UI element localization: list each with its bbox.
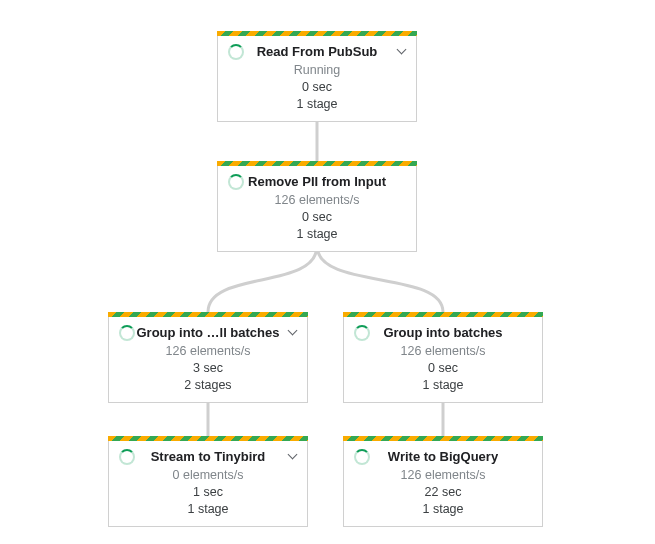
chevron-down-icon[interactable] <box>396 46 406 56</box>
spinner-icon <box>228 44 244 60</box>
node-title: Write to BigQuery <box>388 449 498 464</box>
node-stages: 1 stage <box>352 377 534 394</box>
node-status: 126 elements/s <box>352 344 534 358</box>
node-stream-tinybird[interactable]: Stream to Tinybird 0 elements/s 1 sec 1 … <box>108 436 308 527</box>
running-stripe <box>217 31 417 36</box>
node-status: Running <box>226 63 408 77</box>
spinner-icon <box>228 174 244 190</box>
running-stripe <box>108 312 308 317</box>
node-status: 126 elements/s <box>117 344 299 358</box>
node-wall-time: 0 sec <box>226 209 408 226</box>
node-read-from-pubsub[interactable]: Read From PubSub Running 0 sec 1 stage <box>217 31 417 122</box>
node-stages: 1 stage <box>352 501 534 518</box>
node-title: Group into batches <box>383 325 502 340</box>
node-title: Stream to Tinybird <box>151 449 266 464</box>
node-write-bigquery[interactable]: Write to BigQuery 126 elements/s 22 sec … <box>343 436 543 527</box>
spinner-icon <box>354 325 370 341</box>
edge <box>208 246 317 312</box>
node-remove-pii[interactable]: Remove PII from Input 126 elements/s 0 s… <box>217 161 417 252</box>
spinner-icon <box>119 449 135 465</box>
node-wall-time: 0 sec <box>352 360 534 377</box>
edge <box>317 246 443 312</box>
node-wall-time: 1 sec <box>117 484 299 501</box>
node-stages: 2 stages <box>117 377 299 394</box>
spinner-icon <box>119 325 135 341</box>
running-stripe <box>217 161 417 166</box>
node-title: Remove PII from Input <box>248 174 386 189</box>
node-stages: 1 stage <box>117 501 299 518</box>
node-status: 126 elements/s <box>352 468 534 482</box>
running-stripe <box>343 312 543 317</box>
node-group-small-batches[interactable]: Group into …ll batches 126 elements/s 3 … <box>108 312 308 403</box>
running-stripe <box>343 436 543 441</box>
node-stages: 1 stage <box>226 96 408 113</box>
chevron-down-icon[interactable] <box>287 327 297 337</box>
running-stripe <box>108 436 308 441</box>
node-group-batches[interactable]: Group into batches 126 elements/s 0 sec … <box>343 312 543 403</box>
spinner-icon <box>354 449 370 465</box>
node-title: Group into …ll batches <box>136 325 279 340</box>
node-wall-time: 22 sec <box>352 484 534 501</box>
node-wall-time: 0 sec <box>226 79 408 96</box>
node-wall-time: 3 sec <box>117 360 299 377</box>
node-stages: 1 stage <box>226 226 408 243</box>
node-status: 126 elements/s <box>226 193 408 207</box>
chevron-down-icon[interactable] <box>287 451 297 461</box>
node-title: Read From PubSub <box>257 44 378 59</box>
node-status: 0 elements/s <box>117 468 299 482</box>
